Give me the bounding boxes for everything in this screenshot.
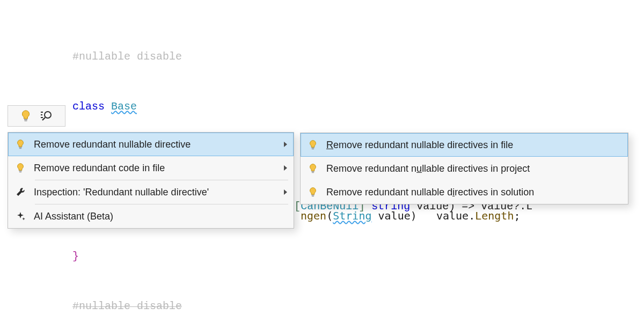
action-gutter[interactable] — [8, 105, 65, 127]
quickfix-submenu: Remove redundant nullable directives in … — [300, 133, 628, 204]
directive-nullable-disable: #nullable disable — [72, 50, 182, 63]
svg-rect-11 — [312, 148, 314, 148]
menu-item-label: Remove redundant nullable directive — [34, 140, 191, 149]
submenu-arrow-icon — [284, 165, 287, 171]
menu-item-remove-redundant-code-file[interactable]: Remove redundant code in file — [8, 156, 294, 180]
lightbulb-icon — [307, 187, 319, 197]
svg-rect-0 — [24, 119, 27, 120]
menu-item-label: Remove redundant code in file — [34, 163, 165, 173]
submenu-item-label: Remove redundant nullable directives in … — [326, 140, 513, 150]
close-brace: } — [72, 250, 79, 262]
svg-point-2 — [45, 112, 51, 118]
submenu-item-label: Remove redundant nullable directives in … — [326, 164, 530, 173]
class-decl-base: class Base — [0, 98, 644, 115]
redundant-nullable-directive: #nullable disable — [72, 300, 182, 312]
menu-item-inspection-redundant[interactable]: Inspection: 'Redundant nullable directiv… — [8, 180, 294, 204]
sparkle-icon — [14, 211, 26, 222]
submenu-arrow-icon — [284, 142, 287, 147]
lightbulb-icon — [14, 163, 26, 173]
svg-rect-15 — [312, 195, 314, 195]
svg-rect-8 — [19, 148, 21, 149]
lightbulb-icon — [307, 140, 319, 150]
svg-rect-14 — [312, 172, 314, 173]
wrench-icon — [14, 187, 26, 197]
menu-item-ai-assistant[interactable]: AI Assistant (Beta) — [8, 204, 294, 228]
svg-rect-9 — [19, 171, 22, 171]
search-options-icon[interactable] — [41, 110, 53, 122]
lightbulb-icon — [14, 139, 26, 150]
lightbulb-icon[interactable] — [20, 109, 31, 122]
submenu-arrow-icon — [284, 189, 287, 195]
menu-item-remove-redundant-directive[interactable]: Remove redundant nullable directive — [8, 133, 294, 156]
submenu-item-label: Remove redundant nullable directives in … — [326, 187, 534, 197]
menu-item-label: AI Assistant (Beta) — [34, 211, 113, 221]
svg-rect-7 — [19, 147, 22, 148]
svg-rect-1 — [25, 121, 27, 121]
svg-rect-16 — [312, 196, 314, 196]
quickfix-menu: Remove redundant nullable directive Remo… — [8, 132, 294, 229]
menu-item-label: Inspection: 'Redundant nullable directiv… — [34, 187, 209, 197]
svg-rect-12 — [312, 149, 314, 149]
lightbulb-icon — [307, 163, 319, 174]
submenu-item-remove-in-file[interactable]: Remove redundant nullable directives in … — [301, 133, 628, 157]
submenu-item-remove-in-project[interactable]: Remove redundant nullable directives in … — [301, 157, 628, 180]
submenu-item-remove-in-solution[interactable]: Remove redundant nullable directives in … — [301, 180, 628, 204]
svg-rect-10 — [19, 172, 21, 172]
svg-rect-13 — [312, 171, 314, 172]
